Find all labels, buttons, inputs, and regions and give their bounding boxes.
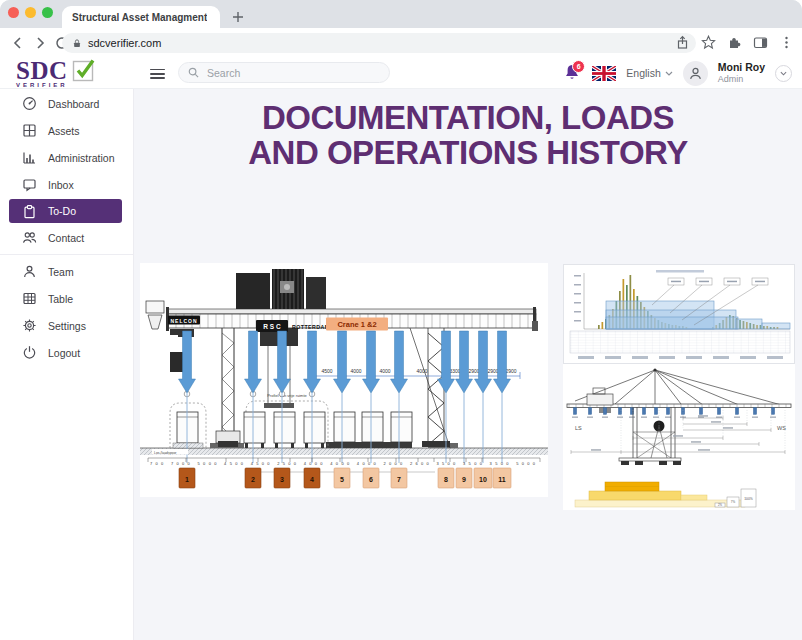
zoom-button[interactable] bbox=[42, 7, 53, 18]
sidebar-item-logout[interactable]: Logout bbox=[0, 339, 133, 366]
svg-text:8: 8 bbox=[444, 476, 448, 483]
svg-text:3: 3 bbox=[280, 476, 284, 483]
load-histogram-figure bbox=[563, 264, 795, 364]
svg-text:10: 10 bbox=[479, 476, 487, 483]
svg-text:9: 9 bbox=[462, 476, 466, 483]
browser-tab[interactable]: Structural Asset Managment bbox=[62, 6, 220, 28]
svg-text:7: 7 bbox=[397, 476, 401, 483]
new-tab-icon[interactable] bbox=[232, 9, 244, 21]
url-bar[interactable]: sdcverifier.com bbox=[62, 33, 696, 53]
pyramid-step-label: 100% bbox=[744, 497, 753, 501]
person-icon bbox=[22, 264, 37, 279]
logo-check-icon bbox=[72, 58, 96, 82]
search-icon bbox=[188, 67, 199, 78]
contacts-icon bbox=[22, 230, 37, 245]
sidebar-item-todo[interactable]: To-Do bbox=[9, 199, 122, 223]
browser-toolbar: sdcverifier.com bbox=[0, 28, 802, 59]
clipboard-icon bbox=[22, 204, 37, 219]
search-bar bbox=[178, 62, 390, 83]
sidebar-divider bbox=[0, 254, 133, 255]
chevron-down-icon bbox=[780, 71, 787, 76]
sidebar-label: Logout bbox=[48, 347, 80, 359]
crane-highlight-label: Crane 1 &2 bbox=[337, 320, 376, 329]
bar-chart-icon bbox=[22, 150, 37, 165]
notifications-button[interactable]: 6 bbox=[563, 63, 582, 83]
svg-text:11: 11 bbox=[498, 476, 506, 483]
gantry-crane-figure: NELCON R S C ROTTERDAM Crane 1 &2 Profie… bbox=[140, 263, 548, 497]
menu-dots-icon[interactable] bbox=[779, 35, 794, 50]
crane-label-ws: WS bbox=[777, 425, 786, 431]
assets-grid-icon bbox=[22, 123, 37, 138]
sidebar-label: Contact bbox=[48, 232, 84, 244]
sidebar-item-team[interactable]: Team bbox=[0, 258, 133, 285]
svg-text:6: 6 bbox=[369, 476, 373, 483]
sidebar-label: Administration bbox=[48, 152, 115, 164]
search-input[interactable] bbox=[205, 66, 369, 80]
menu-toggle-icon[interactable] bbox=[150, 66, 165, 81]
avatar[interactable] bbox=[683, 61, 708, 86]
crane-label-ls: LS bbox=[575, 425, 582, 431]
svg-text:3300: 3300 bbox=[449, 368, 460, 374]
forward-icon[interactable] bbox=[32, 35, 48, 51]
load-spectrum-figure: 2% 7% 100% bbox=[569, 460, 789, 510]
sidebar-label: Dashboard bbox=[48, 98, 99, 110]
sidebar-item-inbox[interactable]: Inbox bbox=[0, 171, 133, 198]
sidebar-label: Table bbox=[48, 293, 73, 305]
svg-text:4000: 4000 bbox=[379, 368, 390, 374]
sidebar-label: Team bbox=[48, 266, 74, 278]
table-icon bbox=[22, 291, 37, 306]
user-role: Admin bbox=[718, 74, 765, 85]
back-icon[interactable] bbox=[10, 35, 26, 51]
language-label: English bbox=[626, 67, 660, 79]
minimize-button[interactable] bbox=[25, 7, 36, 18]
nelcon-label: NELCON bbox=[170, 318, 197, 324]
sidebar-item-assets[interactable]: Assets bbox=[0, 117, 133, 144]
svg-text:4500: 4500 bbox=[321, 368, 332, 374]
sidebar-item-dashboard[interactable]: Dashboard bbox=[0, 90, 133, 117]
svg-text:2900: 2900 bbox=[487, 368, 498, 374]
close-button[interactable] bbox=[8, 7, 19, 18]
load-point-boxes: 1 2 3 4 5 6 7 8 9 10 11 bbox=[179, 468, 511, 488]
sidebar-item-administration[interactable]: Administration bbox=[0, 144, 133, 171]
side-panel-icon[interactable] bbox=[753, 35, 768, 50]
sidebar-item-table[interactable]: Table bbox=[0, 285, 133, 312]
uk-flag-icon[interactable] bbox=[592, 66, 616, 81]
url-text: sdcverifier.com bbox=[88, 37, 161, 49]
sts-crane-figure: LS WS bbox=[563, 366, 795, 466]
inbox-icon bbox=[22, 177, 37, 192]
svg-text:4000: 4000 bbox=[350, 368, 361, 374]
page-title: DOCUMENTATION, LOADS AND OPERATIONS HIST… bbox=[134, 100, 802, 170]
bookmark-star-icon[interactable] bbox=[701, 35, 716, 50]
svg-text:2900: 2900 bbox=[468, 368, 479, 374]
dashboard-icon bbox=[22, 96, 37, 111]
share-icon[interactable] bbox=[675, 35, 690, 50]
svg-text:2900: 2900 bbox=[505, 368, 516, 374]
extensions-icon[interactable] bbox=[727, 35, 742, 50]
svg-text:1: 1 bbox=[185, 476, 189, 483]
notification-badge: 6 bbox=[572, 60, 585, 73]
svg-text:2: 2 bbox=[251, 476, 255, 483]
browser-window: Structural Asset Managment sdcverifier.c… bbox=[0, 0, 802, 640]
rsc-label: R S C bbox=[263, 323, 281, 330]
bottom-dimension-labels: 700 7000 5000 4500 4500 2500 4000 4000 4… bbox=[150, 461, 536, 466]
sidebar-label: Settings bbox=[48, 320, 86, 332]
container-row bbox=[177, 412, 412, 443]
power-icon bbox=[22, 345, 37, 360]
user-menu-button[interactable] bbox=[775, 65, 792, 82]
language-selector[interactable]: English bbox=[626, 67, 672, 79]
user-icon bbox=[688, 65, 703, 81]
svg-text:4000: 4000 bbox=[416, 368, 427, 374]
rotterdam-label: ROTTERDAM bbox=[292, 324, 330, 330]
sidebar-label: To-Do bbox=[48, 205, 76, 217]
app-root: SDC VERIFIER 6 bbox=[0, 58, 802, 640]
app-header: SDC VERIFIER 6 bbox=[0, 58, 802, 89]
figures-right: LS WS bbox=[563, 264, 795, 510]
browser-tabbar: Structural Asset Managment bbox=[0, 0, 802, 28]
clearance-note: Profiel van vrije ruimte bbox=[267, 393, 307, 398]
sidebar-item-settings[interactable]: Settings bbox=[0, 312, 133, 339]
sidebar-item-contact[interactable]: Contact bbox=[0, 224, 133, 251]
sidebar-label: Inbox bbox=[48, 179, 74, 191]
svg-text:5: 5 bbox=[340, 476, 344, 483]
svg-text:4: 4 bbox=[310, 476, 314, 483]
sidebar-label: Assets bbox=[48, 125, 80, 137]
